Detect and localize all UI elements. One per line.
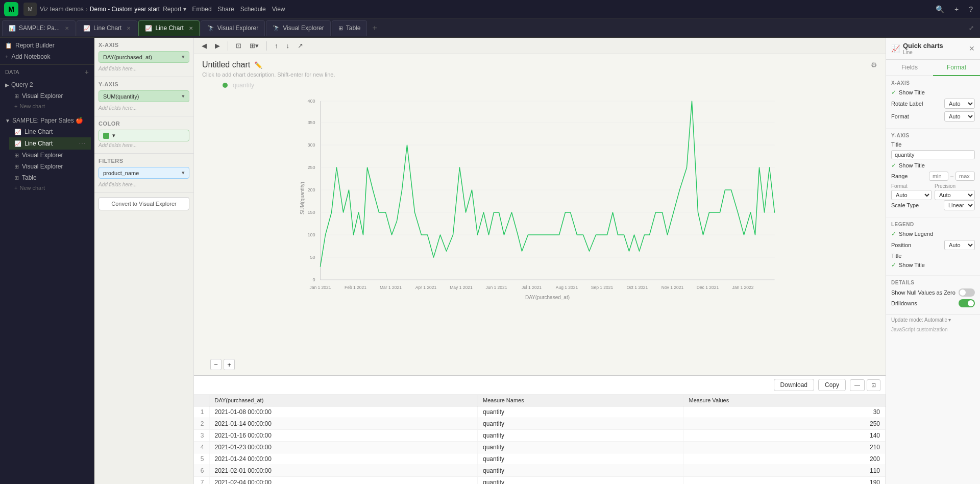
x-format-select[interactable]: Auto xyxy=(944,111,975,122)
sidebar-new-chart-2[interactable]: + New chart xyxy=(9,183,91,192)
quick-charts-icon: 📈 xyxy=(891,44,900,53)
chart-area: Untitled chart ✏️ ⚙ Click to add chart d… xyxy=(194,54,886,375)
tab-visual-explorer-2[interactable]: 🔭 Visual Explorer xyxy=(266,20,330,36)
tab-line-chart-2-close[interactable]: ✕ xyxy=(189,26,193,31)
tab-line-chart-1-label: Line Chart xyxy=(93,25,121,32)
tab-table[interactable]: ⊞ Table xyxy=(332,20,368,36)
back-button[interactable]: ◀ xyxy=(199,41,209,51)
filter-field[interactable]: product_name ▾ xyxy=(99,167,189,179)
collapse-button[interactable]: — xyxy=(850,379,865,391)
copy-button[interactable]: Copy xyxy=(818,379,846,391)
breadcrumb-project[interactable]: Viz team demos xyxy=(40,6,84,13)
cell-num: 1 xyxy=(194,406,209,418)
update-mode-value[interactable]: Automatic ▾ xyxy=(924,317,951,323)
sidebar-line-chart-1[interactable]: 📈 Line Chart xyxy=(9,126,91,137)
table-scroll[interactable]: DAY(purchased_at) Measure Names Measure … xyxy=(194,395,886,484)
col-measure-names[interactable]: Measure Names xyxy=(477,395,683,406)
table-row: 7 2021-02-04 00:00:00 quantity 190 xyxy=(194,477,886,485)
tab-visual-explorer-1[interactable]: 🔭 Visual Explorer xyxy=(201,20,265,36)
color-label: Color xyxy=(99,120,189,127)
expand-button[interactable]: ⤢ xyxy=(969,25,974,32)
color-field[interactable]: ▾ xyxy=(99,130,189,141)
sidebar-new-chart-1[interactable]: + New chart xyxy=(9,102,91,111)
tab-sample-pa-icon: 📊 xyxy=(9,25,16,32)
tab-sample-pa-close[interactable]: ✕ xyxy=(65,26,69,31)
zoom-button[interactable]: ⊞▾ xyxy=(247,41,261,51)
y-show-title-label: ✓ Show Title xyxy=(891,162,925,169)
tab-line-chart-2[interactable]: 📈 Line Chart ✕ xyxy=(138,20,199,36)
nav-view[interactable]: View xyxy=(272,6,285,13)
cell-measure-name: quantity xyxy=(477,453,683,465)
js-customization[interactable]: JavaScript customization xyxy=(886,325,980,334)
app-logo: M xyxy=(4,2,18,16)
col-date[interactable]: DAY(purchased_at) xyxy=(209,395,477,406)
nav-schedule[interactable]: Schedule xyxy=(240,6,266,13)
tab-format[interactable]: Format xyxy=(933,60,980,76)
chart-description[interactable]: Click to add chart description. Shift-en… xyxy=(202,71,877,78)
range-dash: – xyxy=(950,173,953,179)
tab-line-chart-1[interactable]: 📈 Line Chart ✕ xyxy=(77,20,137,36)
zoom-in-button[interactable]: + xyxy=(224,359,235,370)
chart-svg-container: SUM(quantity) 0 50 100 150 200 xyxy=(202,91,877,375)
cell-date: 2021-02-01 00:00:00 xyxy=(209,465,477,477)
tab-add-button[interactable]: + xyxy=(368,23,381,33)
legend-position-text: Position xyxy=(891,242,911,248)
legend-position-select[interactable]: Auto xyxy=(944,240,975,250)
x-axis-field[interactable]: DAY(purchased_at) ▾ xyxy=(99,51,189,63)
y-format-select[interactable]: Auto xyxy=(891,190,932,200)
sidebar-visual-explorer-3[interactable]: ⊞ Visual Explorer xyxy=(9,161,91,172)
search-button[interactable]: 🔍 xyxy=(933,4,947,14)
move-down-button[interactable]: ↓ xyxy=(284,41,292,51)
sidebar-visual-explorer-2[interactable]: ⊞ Visual Explorer xyxy=(9,150,91,161)
scale-type-select[interactable]: Linear Log xyxy=(944,200,975,210)
y-axis-format-title: Y-AXIS xyxy=(891,133,975,138)
range-min-input[interactable] xyxy=(929,172,948,181)
chart-title[interactable]: Untitled chart xyxy=(202,60,250,69)
y-title-input[interactable] xyxy=(891,150,975,159)
expand-table-button[interactable]: ⊡ xyxy=(867,379,880,391)
zoom-out-button[interactable]: − xyxy=(210,359,222,370)
range-max-input[interactable] xyxy=(955,172,975,181)
show-legend-label: ✓ Show Legend xyxy=(891,230,933,237)
sidebar-visual-explorer-1[interactable]: ⊞ Visual Explorer xyxy=(9,90,91,102)
add-button[interactable]: + xyxy=(951,4,962,14)
right-panel-close-button[interactable]: ✕ xyxy=(969,44,975,53)
tab-sample-pa[interactable]: 📊 SAMPLE: Pa... ✕ xyxy=(2,20,76,36)
nav-embed[interactable]: Embed xyxy=(192,6,212,13)
line-chart-svg: SUM(quantity) 0 50 100 150 200 xyxy=(202,91,877,305)
table-row: 3 2021-01-16 00:00:00 quantity 140 xyxy=(194,430,886,442)
nav-report[interactable]: Report ▾ xyxy=(163,6,186,13)
col-measure-values[interactable]: Measure Values xyxy=(683,395,885,406)
sidebar-query-header[interactable]: ▶ Query 2 xyxy=(3,79,91,90)
help-button[interactable]: ? xyxy=(966,4,976,14)
convert-to-visual-explorer-button[interactable]: Convert to Visual Explorer xyxy=(99,197,189,210)
range-row: Range – xyxy=(891,172,975,181)
move-up-button[interactable]: ↑ xyxy=(272,41,281,51)
table-actions: Download Copy — ⊡ xyxy=(194,376,886,395)
nav-share[interactable]: Share xyxy=(218,6,234,13)
chart-toolbar: ◀ ▶ ⊡ ⊞▾ ↑ ↓ ↗ xyxy=(194,38,886,54)
tab-line-chart-1-close[interactable]: ✕ xyxy=(127,26,131,31)
sidebar-add-notebook[interactable]: + Add Notebook xyxy=(0,51,94,62)
line-chart-2-more[interactable]: ⋯ xyxy=(79,139,86,148)
sidebar-line-chart-2[interactable]: 📈 Line Chart ⋯ xyxy=(9,137,91,150)
precision-select[interactable]: Auto xyxy=(935,190,975,200)
move-out-button[interactable]: ↗ xyxy=(295,41,306,51)
y-format-label: Format xyxy=(891,183,932,189)
download-button[interactable]: Download xyxy=(774,379,814,391)
show-null-toggle[interactable] xyxy=(959,288,975,297)
forward-button[interactable]: ▶ xyxy=(212,41,223,51)
tab-fields[interactable]: Fields xyxy=(886,60,933,76)
chart-settings-icon[interactable]: ⚙ xyxy=(871,61,877,69)
fit-screen-button[interactable]: ⊡ xyxy=(233,41,244,51)
sidebar-sample-header[interactable]: ▼ SAMPLE: Paper Sales 🍎 xyxy=(3,115,91,126)
sidebar-report-builder[interactable]: 📋 Report Builder xyxy=(0,40,94,51)
tab-line-chart-1-icon: 📈 xyxy=(83,25,90,32)
rotate-label-select[interactable]: Auto xyxy=(944,99,975,109)
data-add-button[interactable]: + xyxy=(85,68,89,76)
chart-edit-icon[interactable]: ✏️ xyxy=(254,61,262,69)
cell-num: 2 xyxy=(194,418,209,430)
drilldowns-toggle[interactable] xyxy=(959,299,975,307)
y-axis-field[interactable]: SUM(quantity) ▾ xyxy=(99,90,189,102)
sidebar-table[interactable]: ⊞ Table xyxy=(9,172,91,183)
